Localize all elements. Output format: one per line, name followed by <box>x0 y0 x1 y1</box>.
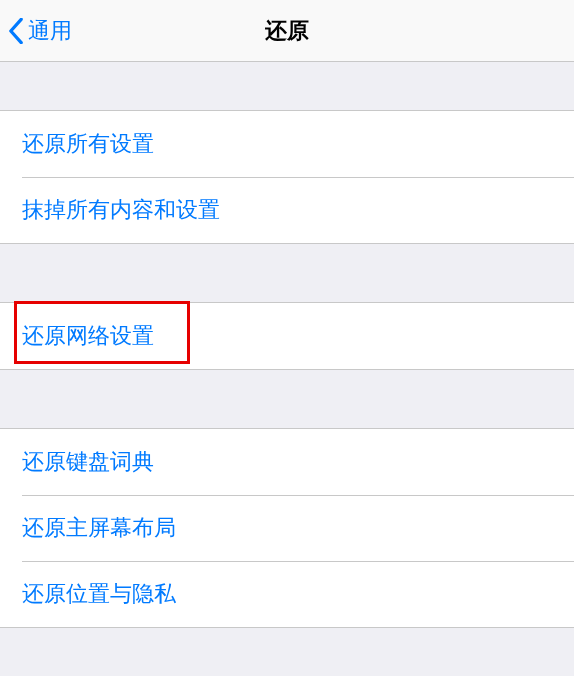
reset-location-privacy[interactable]: 还原位置与隐私 <box>0 561 574 627</box>
list-item-label: 还原主屏幕布局 <box>22 515 176 540</box>
reset-keyboard-dictionary[interactable]: 还原键盘词典 <box>0 429 574 495</box>
list-item-label: 还原键盘词典 <box>22 449 154 474</box>
section-spacer <box>0 62 574 110</box>
back-label: 通用 <box>28 16 72 46</box>
page-title: 还原 <box>265 16 309 46</box>
nav-header: 通用 还原 <box>0 0 574 62</box>
chevron-left-icon <box>8 18 24 44</box>
section-spacer <box>0 244 574 302</box>
reset-all-settings[interactable]: 还原所有设置 <box>0 111 574 177</box>
list-item-label: 还原位置与隐私 <box>22 581 176 606</box>
list-item-label: 抹掉所有内容和设置 <box>22 197 220 222</box>
back-button[interactable]: 通用 <box>0 16 72 46</box>
list-item-label: 还原所有设置 <box>22 131 154 156</box>
settings-group-3: 还原键盘词典 还原主屏幕布局 还原位置与隐私 <box>0 428 574 628</box>
section-spacer <box>0 370 574 428</box>
settings-group-1: 还原所有设置 抹掉所有内容和设置 <box>0 110 574 244</box>
erase-all-content[interactable]: 抹掉所有内容和设置 <box>0 177 574 243</box>
reset-home-screen-layout[interactable]: 还原主屏幕布局 <box>0 495 574 561</box>
list-item-label: 还原网络设置 <box>22 323 154 348</box>
settings-group-2: 还原网络设置 <box>0 302 574 370</box>
reset-network-settings[interactable]: 还原网络设置 <box>0 303 574 369</box>
